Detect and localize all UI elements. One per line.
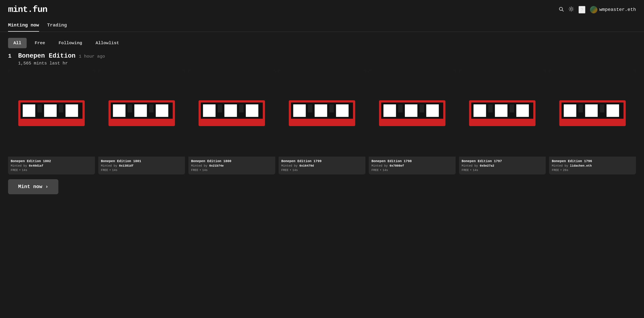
nft-minted-by-1801: Minted by 0x1381df <box>101 164 182 167</box>
svg-rect-49 <box>142 121 144 124</box>
svg-rect-152 <box>585 104 598 117</box>
svg-rect-44 <box>123 121 126 124</box>
svg-rect-111 <box>386 121 388 124</box>
filter-all[interactable]: All <box>8 38 27 48</box>
nft-meta-1798: FREE•14s <box>372 168 453 172</box>
nft-title-1800: Bonepen Edition 1800 <box>191 159 272 163</box>
tab-minting-now[interactable]: Minting now <box>8 19 39 32</box>
svg-rect-14 <box>44 104 57 117</box>
nft-meta-1799: FREE•14s <box>281 168 363 172</box>
filter-following[interactable]: Following <box>53 38 88 48</box>
nft-minted-by-1796: Minted by lidachen.eth <box>552 164 633 167</box>
nft-title-1797: Bonepen Edition 1797 <box>462 159 543 163</box>
svg-rect-96 <box>326 121 328 124</box>
svg-rect-86 <box>330 104 334 112</box>
svg-rect-39 <box>128 104 132 112</box>
svg-rect-71 <box>228 121 230 124</box>
nft-card-1802[interactable]: Bonepen Edition 1802 Minted by 0x40d1af … <box>8 70 95 174</box>
svg-rect-133 <box>473 121 475 124</box>
svg-rect-87 <box>292 121 295 124</box>
nft-title-1802: Bonepen Edition 1802 <box>11 159 92 163</box>
svg-rect-31 <box>70 121 72 124</box>
nft-image-1798 <box>369 70 456 157</box>
nft-card-1797[interactable]: Bonepen Edition 1797 Minted by 0x5e27a2 … <box>459 70 546 174</box>
svg-rect-42 <box>116 121 118 124</box>
nft-card-1798[interactable]: Bonepen Edition 1798 Minted by 0x7808ef … <box>369 70 456 174</box>
nav-tabs: Minting now Trading <box>0 19 644 32</box>
svg-rect-108 <box>398 104 402 112</box>
svg-rect-51 <box>149 121 151 124</box>
svg-rect-50 <box>146 121 148 124</box>
svg-rect-99 <box>337 121 339 124</box>
mint-now-button[interactable]: Mint now › <box>8 179 58 194</box>
svg-rect-160 <box>578 121 580 124</box>
tab-trading[interactable]: Trading <box>47 19 67 32</box>
filter-free[interactable]: Free <box>29 38 50 48</box>
svg-rect-134 <box>476 121 479 124</box>
svg-rect-66 <box>210 121 212 124</box>
help-button[interactable]: ? <box>578 6 585 13</box>
svg-rect-146 <box>521 121 523 124</box>
svg-rect-131 <box>488 104 493 112</box>
filter-allowlist[interactable]: Allowlist <box>90 38 124 48</box>
svg-rect-166 <box>600 121 602 124</box>
nft-title-1799: Bonepen Edition 1799 <box>281 159 363 163</box>
nft-card-1796[interactable]: Bonepen Edition 1796 Minted by lidachen.… <box>549 70 636 174</box>
nft-minted-by-1800: Minted by 0x21b74e <box>191 164 272 167</box>
svg-rect-123 <box>431 121 433 124</box>
svg-rect-17 <box>59 104 63 112</box>
svg-rect-15 <box>66 104 78 117</box>
svg-line-5 <box>570 7 570 7</box>
nft-info-1799: Bonepen Edition 1799 Minted by 0x16479d … <box>278 157 366 174</box>
nft-meta-1797: FREE•14s <box>462 168 543 172</box>
svg-rect-130 <box>516 104 529 117</box>
svg-rect-91 <box>307 121 310 124</box>
svg-rect-129 <box>495 104 508 117</box>
svg-rect-46 <box>131 121 133 124</box>
svg-rect-48 <box>138 121 140 124</box>
svg-rect-30 <box>66 121 68 124</box>
theme-button[interactable] <box>568 6 574 13</box>
nft-meta-1802: FREE•14s <box>11 168 92 172</box>
svg-rect-132 <box>510 104 514 112</box>
svg-rect-100 <box>340 121 343 124</box>
svg-rect-52 <box>153 121 155 124</box>
svg-rect-145 <box>517 121 519 124</box>
nft-meta-1801: FREE•14s <box>101 168 182 172</box>
svg-rect-18 <box>22 121 24 124</box>
svg-rect-148 <box>528 121 530 124</box>
svg-rect-135 <box>480 121 482 124</box>
svg-rect-33 <box>77 121 80 124</box>
svg-rect-79 <box>258 121 260 124</box>
svg-point-2 <box>570 8 572 10</box>
user-profile[interactable]: wmpeaster.eth <box>590 6 636 13</box>
svg-line-6 <box>572 10 573 11</box>
svg-rect-154 <box>578 104 583 112</box>
nft-card-1800[interactable]: Bonepen Edition 1800 Minted by 0x21b74e … <box>188 70 275 174</box>
svg-rect-163 <box>589 121 591 124</box>
svg-rect-23 <box>40 121 42 124</box>
svg-rect-21 <box>33 121 35 124</box>
nft-card-1801[interactable]: Bonepen Edition 1801 Minted by 0x1381df … <box>98 70 185 174</box>
svg-rect-147 <box>524 121 526 124</box>
collection-name[interactable]: Bonepen Edition <box>18 52 76 59</box>
search-button[interactable] <box>558 6 564 13</box>
nft-minted-by-1802: Minted by 0x40d1af <box>11 164 92 167</box>
svg-rect-45 <box>127 121 129 124</box>
nft-title-1801: Bonepen Edition 1801 <box>101 159 182 163</box>
svg-rect-109 <box>420 104 424 112</box>
svg-rect-36 <box>113 104 126 117</box>
svg-rect-82 <box>293 104 306 117</box>
svg-rect-72 <box>232 121 234 124</box>
logo[interactable]: mint.fun <box>8 5 47 14</box>
svg-rect-142 <box>506 121 508 124</box>
svg-rect-101 <box>344 121 346 124</box>
nft-card-1799[interactable]: Bonepen Edition 1799 Minted by 0x16479d … <box>278 70 366 174</box>
nft-image-1800 <box>188 70 275 157</box>
svg-rect-19 <box>26 121 28 124</box>
svg-rect-90 <box>304 121 306 124</box>
svg-rect-68 <box>217 121 219 124</box>
svg-rect-63 <box>239 104 244 112</box>
svg-rect-94 <box>318 121 320 124</box>
svg-rect-13 <box>23 104 35 117</box>
